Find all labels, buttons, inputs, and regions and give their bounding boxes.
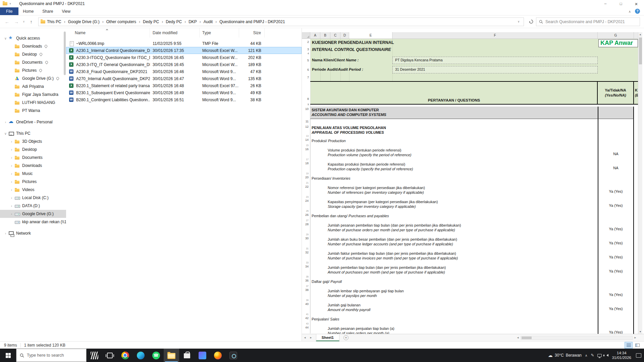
expander-chevron-icon[interactable]: › — [9, 196, 14, 200]
file-explorer-app[interactable] — [164, 349, 179, 362]
file-row[interactable]: A230.1_Internal Control Questionnaire_D.… — [66, 47, 302, 54]
vertical-scroll-thumb[interactable] — [639, 38, 642, 64]
pen-tray-icon[interactable] — [591, 353, 594, 358]
sidebar-item[interactable]: PT Warna — [0, 107, 66, 115]
column-header-size[interactable]: Size — [239, 28, 265, 38]
breadcrumb-label[interactable]: Dedy PC — [141, 19, 161, 24]
breadcrumb-label[interactable]: Other computers — [105, 19, 138, 24]
expander-chevron-icon[interactable]: › — [9, 164, 14, 168]
sidebar-item[interactable]: Google Drive (G:) — [0, 74, 66, 82]
breadcrumb-separator-icon[interactable]: › — [214, 19, 218, 24]
recent-locations-dropdown-icon[interactable] — [21, 20, 26, 23]
breadcrumb-item[interactable]: › Other computers — [101, 19, 138, 24]
expander-chevron-icon[interactable]: ∨ — [3, 37, 8, 40]
menu-tab[interactable]: Share — [38, 7, 57, 15]
microsoft-store-app[interactable] — [179, 349, 195, 362]
file-row[interactable]: B230.1_Subsequent Event Questionnaire_..… — [66, 89, 302, 96]
expander-chevron-icon[interactable]: › — [9, 172, 14, 176]
breadcrumb-item[interactable]: › Questionnaire and PMPJ - DKP2021 — [214, 19, 286, 24]
show-hidden-icons-chevron[interactable] — [585, 354, 587, 357]
breadcrumb-label[interactable]: Dedy PC — [164, 19, 183, 24]
column-header-type[interactable]: Type — [200, 28, 239, 38]
scroll-right-icon[interactable] — [633, 336, 638, 339]
firefox-app[interactable] — [210, 349, 225, 362]
ribbon-collapse-chevron-icon[interactable] — [629, 9, 631, 14]
expander-chevron-icon[interactable]: › — [9, 212, 14, 216]
photos-app[interactable] — [195, 349, 210, 362]
sidebar-item[interactable]: Figar Jaya Samudra — [0, 90, 66, 99]
weather-widget[interactable]: 30°C Berawan — [548, 353, 582, 358]
add-sheet-icon[interactable] — [343, 335, 348, 340]
column-header-name[interactable]: Name — [66, 28, 150, 38]
file-row[interactable]: A230.3-ITQ_IT General Questionnaire_DK..… — [66, 61, 302, 68]
maximize-button[interactable] — [613, 0, 629, 7]
file-row[interactable]: ~WRL0066.tmp 11/02/2025 9:55 TMP File 44… — [66, 40, 302, 47]
breadcrumb-item[interactable]: › Dedy PC — [138, 19, 161, 24]
preview-vertical-scrollbar[interactable] — [638, 32, 642, 334]
column-header-modified[interactable]: Date modified — [150, 28, 200, 38]
sidebar-item[interactable]: › Google Drive (G:) — [0, 210, 66, 218]
file-row[interactable]: A230.8_Fraud Questionnaire_DKP2021 30/01… — [66, 68, 302, 75]
breadcrumb-separator-icon[interactable]: › — [183, 19, 187, 24]
sidebar-scrollbar[interactable] — [64, 32, 66, 75]
up-button[interactable] — [27, 17, 36, 26]
scroll-up-icon[interactable] — [638, 33, 642, 36]
network-tray-icon[interactable] — [597, 354, 602, 357]
task-view-button[interactable] — [102, 349, 117, 362]
sidebar-item[interactable]: Documents — [0, 58, 66, 66]
breadcrumb-label[interactable]: This PC — [45, 19, 63, 24]
minimize-button[interactable] — [598, 0, 613, 7]
dark-app[interactable] — [225, 349, 241, 362]
next-sheet-icon[interactable] — [308, 336, 314, 339]
breadcrumb-separator-icon[interactable]: › — [199, 19, 202, 24]
breadcrumb-item[interactable]: › Google Drive (G:) — [63, 19, 101, 24]
expander-chevron-icon[interactable]: › — [9, 180, 14, 184]
file-row[interactable]: A230.3-ITGCQ_Questionnaire for ITGC_DK..… — [66, 54, 302, 61]
sidebar-item[interactable]: Downloads — [0, 42, 66, 50]
breadcrumb-item[interactable]: › Dedy PC — [161, 19, 183, 24]
taskbar-search-box[interactable] — [16, 349, 87, 362]
sidebar-item[interactable]: › Downloads — [0, 162, 66, 170]
horizontal-scroll-thumb[interactable] — [522, 337, 532, 339]
expander-chevron-icon[interactable]: › — [3, 232, 8, 235]
expander-chevron-icon[interactable]: › — [3, 120, 8, 124]
explorer-search-field[interactable] — [536, 17, 640, 26]
sidebar-item[interactable]: Desktop — [0, 50, 66, 58]
breadcrumb-separator-icon[interactable]: › — [138, 19, 141, 24]
edge-app[interactable] — [133, 349, 148, 362]
sidebar-item[interactable]: LUTHFI MAGANG — [0, 99, 66, 107]
address-dropdown-icon[interactable] — [516, 20, 522, 23]
sidebar-item[interactable]: › Pictures — [0, 178, 66, 186]
expander-chevron-icon[interactable]: › — [9, 204, 14, 208]
expander-chevron-icon[interactable]: › — [9, 140, 14, 143]
preview-horizontal-scrollbar[interactable] — [515, 334, 638, 341]
breadcrumb-item[interactable]: › Audit — [199, 19, 214, 24]
back-button[interactable] — [3, 17, 11, 26]
zebra-photo-app[interactable] — [87, 349, 102, 362]
horizontal-scroll-track[interactable] — [521, 336, 633, 340]
sidebar-item[interactable]: ∨ Quick access — [0, 34, 66, 42]
previous-sheet-icon[interactable] — [302, 336, 308, 339]
expander-chevron-icon[interactable]: › — [9, 156, 14, 160]
sidebar-item[interactable]: ∨ This PC — [0, 129, 66, 137]
close-button[interactable] — [629, 0, 644, 7]
expander-chevron-icon[interactable]: ∨ — [3, 132, 8, 135]
expander-chevron-icon[interactable]: › — [9, 148, 14, 152]
action-center-icon[interactable] — [636, 353, 641, 358]
sidebar-item[interactable]: › DATA (D:) — [0, 202, 66, 210]
expander-chevron-icon[interactable]: › — [9, 188, 14, 192]
menu-tab[interactable]: View — [57, 7, 75, 15]
scroll-down-icon[interactable] — [638, 330, 642, 333]
sidebar-item[interactable]: Adi Priyatna — [0, 82, 66, 90]
sidebar-item[interactable]: › Local Disk (C:) — [0, 194, 66, 202]
taskbar-search-input[interactable] — [27, 353, 83, 358]
sidebar-item[interactable]: › Desktop — [0, 145, 66, 154]
sidebar-item[interactable]: › Music — [0, 170, 66, 178]
chrome-app[interactable] — [117, 349, 133, 362]
sidebar-item[interactable]: › OneDrive - Personal — [0, 118, 66, 126]
volume-tray-icon[interactable] — [606, 354, 608, 357]
clock[interactable]: 14:34 31/01/2026 — [612, 351, 631, 360]
sidebar-item[interactable]: › Network — [0, 229, 66, 237]
file-row[interactable]: A270_Internal Audit Questionnaire_DKP2..… — [66, 75, 302, 82]
forward-button[interactable] — [12, 17, 21, 26]
